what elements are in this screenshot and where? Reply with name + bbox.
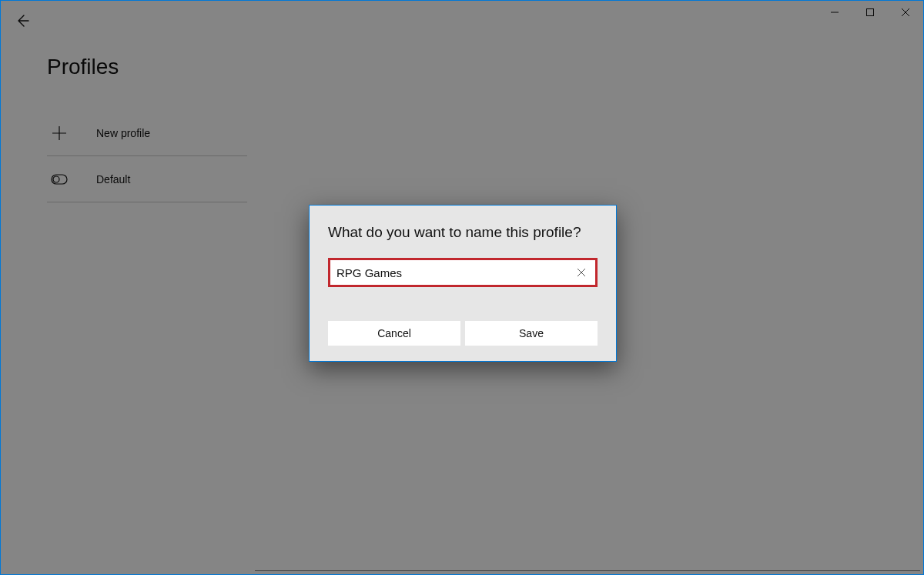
name-profile-dialog: What do you want to name this profile? C… — [309, 205, 617, 362]
save-button[interactable]: Save — [465, 321, 598, 346]
profile-name-input-wrap — [328, 258, 598, 287]
cancel-button[interactable]: Cancel — [328, 321, 460, 346]
close-icon — [578, 269, 585, 276]
clear-input-button[interactable] — [574, 265, 589, 280]
app-window: Profiles New profile Default What do you… — [0, 0, 924, 575]
profile-name-input[interactable] — [336, 266, 574, 279]
dialog-title: What do you want to name this profile? — [328, 224, 598, 241]
dialog-buttons: Cancel Save — [328, 321, 598, 346]
